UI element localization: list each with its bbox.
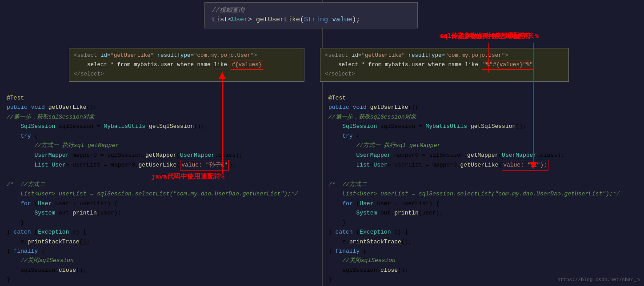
code-line-6: //方式一 执行sql getMapper — [7, 141, 315, 150]
xml-line3-right: </select> — [325, 70, 564, 79]
code-line-14: } — [7, 218, 315, 227]
code-r-line-4: SqlSession sqlSession = MybatisUtils.get… — [328, 122, 637, 131]
code-line-4: SqlSession sqlSession = MybatisUtils.get… — [7, 122, 315, 131]
code-line-12: for (User user : userList) { — [7, 199, 315, 208]
code-line-19: sqlSession.close(); — [7, 266, 315, 275]
xml-line1: <select id="getUserLike" resultType="com… — [74, 51, 300, 60]
code-r-line-18: //关闭sqlSession — [328, 256, 637, 265]
code-line-15: } catch (Exception e) { — [7, 227, 315, 237]
code-area-left: @Test public void getUserLike(){ //第一步，获… — [0, 89, 322, 286]
code-r-line-9 — [328, 171, 637, 180]
code-line-10: /* //方式二 — [7, 180, 315, 189]
code-line-16: e.printStackTrace(); — [7, 237, 315, 246]
code-r-line-16: e.printStackTrace(); — [328, 237, 637, 246]
xml-snippet-left: <select id="getUserLike" resultType="com… — [69, 48, 304, 82]
code-r-line-2: public void getUserLike(){ — [328, 103, 637, 112]
code-area-right: @Test public void getUserLike(){ //第一步，获… — [322, 89, 644, 286]
url-label: https://blog.csdn.net/char_m — [557, 277, 640, 282]
code-line-2: public void getUserLike(){ — [7, 103, 315, 112]
annotation-sql-wildcard-label: sql传递参数的时候使用通配符 % — [439, 32, 539, 40]
code-r-line-3: //第一步，获取sqlSession对象 — [328, 112, 637, 122]
comment-text: //模糊查询 — [212, 6, 410, 14]
code-r-line-1: @Test — [328, 93, 637, 103]
code-r-line-6: //方式一 执行sql getMapper — [328, 141, 637, 150]
code-line-5: try { — [7, 131, 315, 141]
code-line-7: UserMapper mapper0 = sqlSession.getMappe… — [7, 151, 315, 160]
code-line-1: @Test — [7, 93, 315, 103]
xml-snippet-right: <select id="getUserLike" resultType="com… — [320, 48, 569, 82]
code-r-line-15: } catch (Exception e) { — [328, 227, 637, 237]
code-line-8: List<User> userList = mapper0.getUserLik… — [7, 160, 315, 170]
annotation-java-wildcard-label: java代码中使用通配符% — [151, 172, 224, 181]
xml-line1-right: <select id="getUserLike" resultType="com… — [325, 51, 564, 60]
code-r-line-7: UserMapper mapper0 = sqlSession.getMappe… — [328, 151, 637, 160]
code-line-11: List<User> userList = sqlSession.selectL… — [7, 189, 315, 199]
code-r-line-13: System.out.println(user); — [328, 208, 637, 218]
code-r-line-19: sqlSession.close(); — [328, 266, 637, 275]
xml-line2: select * from mybatis.user where name li… — [74, 60, 300, 70]
code-line-13: System.out.println(user); — [7, 208, 315, 218]
xml-line3: </select> — [74, 70, 300, 79]
code-r-line-17: } finally { — [328, 246, 637, 256]
code-r-line-12: for (User user : userList) { — [328, 199, 637, 208]
code-line-17: } finally { — [7, 246, 315, 256]
code-line-20: } — [7, 275, 315, 284]
code-r-line-5: try { — [328, 131, 637, 141]
code-line-18: //关闭sqlSession — [7, 256, 315, 265]
code-line-3: //第一步，获取sqlSession对象 — [7, 112, 315, 122]
panel-divider — [322, 0, 323, 286]
top-code-box: //模糊查询 List<User> getUserLike(String val… — [204, 2, 418, 28]
code-r-line-10: /* //方式二 — [328, 180, 637, 189]
code-r-line-14: } — [328, 218, 637, 227]
code-r-line-8: List<User> userList = mapper0.getUserLik… — [328, 160, 637, 170]
xml-line2-right: select * from mybatis.user where name li… — [325, 60, 564, 70]
method-signature: List<User> getUserLike(String value); — [212, 16, 410, 24]
code-r-line-11: List<User> userList = sqlSession.selectL… — [328, 189, 637, 199]
